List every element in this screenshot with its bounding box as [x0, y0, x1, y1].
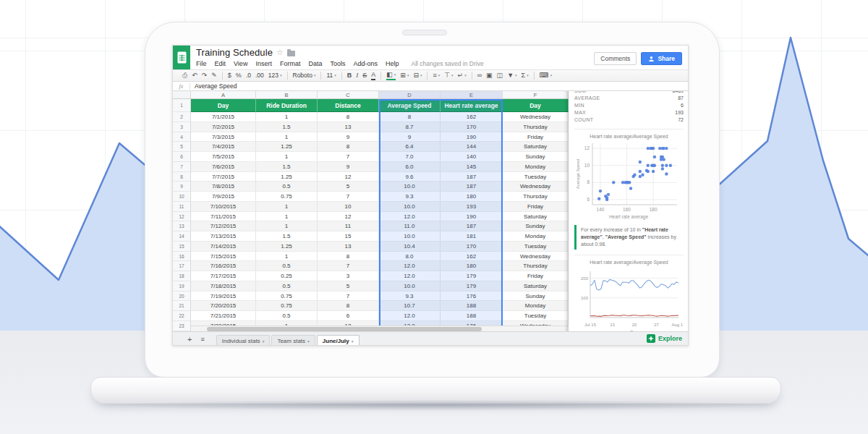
cell[interactable]: 10.0: [379, 182, 441, 192]
cell[interactable]: 13: [318, 122, 379, 132]
text-wrap-icon[interactable]: ↵▾: [458, 70, 467, 81]
font-family-select[interactable]: Roboto▾: [293, 70, 316, 81]
bold-icon[interactable]: B: [347, 70, 352, 81]
cell[interactable]: 6.0: [379, 162, 441, 172]
cell[interactable]: 179: [441, 281, 503, 292]
cell[interactable]: 1: [256, 221, 318, 231]
cell[interactable]: 7/19/2015: [191, 292, 256, 302]
cell[interactable]: 5: [318, 182, 379, 192]
text-color-icon[interactable]: A: [371, 71, 375, 80]
cell[interactable]: 12.0: [379, 271, 441, 281]
cell[interactable]: Thursday: [503, 192, 569, 202]
row-header-19[interactable]: 19: [173, 281, 191, 292]
cell[interactable]: Monday: [503, 162, 569, 172]
cell[interactable]: Ride Duration: [256, 99, 318, 112]
column-header-B[interactable]: B: [256, 91, 318, 99]
menu-file[interactable]: File: [196, 60, 207, 67]
cell[interactable]: 180: [441, 261, 503, 271]
font-size-select[interactable]: 11▾: [326, 70, 336, 81]
functions-icon[interactable]: Σ▾: [522, 70, 529, 81]
redo-icon[interactable]: ↷: [202, 70, 208, 81]
cell[interactable]: 188: [441, 311, 503, 321]
insert-comment-icon[interactable]: ▣: [486, 70, 493, 81]
row-header-12[interactable]: 12: [173, 212, 191, 222]
cell[interactable]: Friday: [503, 271, 569, 281]
cell[interactable]: 5: [318, 281, 379, 292]
cell[interactable]: 1: [256, 202, 318, 212]
explore-button[interactable]: Explore: [647, 334, 682, 343]
cell[interactable]: Heart rate average: [441, 99, 503, 112]
comments-button[interactable]: Comments: [594, 52, 637, 65]
column-header-E[interactable]: E: [441, 91, 503, 99]
cell[interactable]: Saturday: [503, 212, 569, 222]
menu-help[interactable]: Help: [386, 60, 399, 67]
cell[interactable]: 7/10/2015: [191, 202, 256, 212]
cell[interactable]: 7: [318, 261, 379, 271]
cell[interactable]: 190: [441, 212, 503, 222]
cell[interactable]: 1.25: [256, 172, 318, 182]
cell[interactable]: 7/7/2015: [191, 172, 256, 182]
row-header-6[interactable]: 6: [173, 152, 191, 162]
cell[interactable]: Day: [503, 99, 569, 112]
merge-cells-icon[interactable]: ⊟▾: [413, 70, 422, 81]
cell[interactable]: 7/1/2015: [191, 112, 256, 122]
cell[interactable]: Monday: [503, 301, 569, 311]
cell[interactable]: 0.5: [256, 182, 318, 192]
cell[interactable]: 0.5: [256, 311, 318, 321]
row-header-15[interactable]: 15: [173, 242, 191, 252]
cell[interactable]: 1: [256, 212, 318, 222]
filter-icon[interactable]: ▼▾: [507, 70, 516, 81]
cell[interactable]: 180: [441, 192, 503, 202]
cell[interactable]: 193: [441, 202, 503, 212]
cell[interactable]: 7/17/2015: [191, 271, 256, 281]
row-header-22[interactable]: 22: [173, 311, 191, 321]
cell[interactable]: 12.0: [379, 212, 441, 222]
decrease-decimal-icon[interactable]: .0: [246, 70, 251, 81]
cell[interactable]: 7/2/2015: [191, 122, 256, 132]
scatter-chart[interactable]: 140160180681012Heart rate averageAverage…: [574, 140, 683, 221]
cell[interactable]: 9: [318, 162, 379, 172]
cell[interactable]: 7/18/2015: [191, 281, 256, 292]
cell[interactable]: 9.3: [379, 192, 441, 202]
menu-format[interactable]: Format: [280, 60, 301, 67]
cell[interactable]: Wednesday: [503, 252, 569, 262]
cell[interactable]: 7/8/2015: [191, 182, 256, 192]
row-header-21[interactable]: 21: [173, 301, 191, 311]
cell[interactable]: 0.5: [256, 261, 318, 271]
cell[interactable]: 7/4/2015: [191, 142, 256, 152]
cell[interactable]: Monday: [503, 231, 569, 242]
print-icon[interactable]: ⎙: [182, 70, 187, 81]
star-icon[interactable]: ☆: [276, 48, 284, 56]
row-header-18[interactable]: 18: [173, 271, 191, 281]
cell[interactable]: 1.5: [256, 122, 318, 132]
cell[interactable]: 187: [441, 182, 503, 192]
cell[interactable]: 7/12/2015: [191, 221, 256, 231]
cell[interactable]: 10.0: [379, 202, 441, 212]
row-header-17[interactable]: 17: [173, 261, 191, 271]
borders-icon[interactable]: ⊞▾: [400, 70, 409, 81]
cell[interactable]: 1: [256, 132, 318, 142]
cell[interactable]: 12: [318, 212, 379, 222]
sheet-tab-individual-stats[interactable]: Individual stats▾: [216, 335, 271, 346]
cell[interactable]: 187: [441, 172, 503, 182]
cell[interactable]: Friday: [503, 132, 569, 142]
cell[interactable]: Day: [191, 99, 256, 112]
number-format-menu[interactable]: 123▾: [268, 70, 282, 81]
horizontal-align-icon[interactable]: ≡▾: [433, 70, 440, 81]
folder-icon[interactable]: [287, 51, 295, 56]
cell[interactable]: 190: [441, 132, 503, 142]
sheet-tab-june-july[interactable]: June/July▾: [317, 335, 359, 346]
cell[interactable]: 8: [318, 252, 379, 262]
row-header-13[interactable]: 13: [173, 221, 191, 231]
cell[interactable]: 7/20/2015: [191, 301, 256, 311]
cell[interactable]: 6.4: [379, 142, 441, 152]
cell[interactable]: 7/3/2015: [191, 132, 256, 142]
cell[interactable]: Sunday: [503, 152, 569, 162]
cell[interactable]: Tuesday: [503, 311, 569, 321]
row-header-16[interactable]: 16: [173, 252, 191, 262]
cell[interactable]: 7: [318, 192, 379, 202]
all-sheets-button[interactable]: ≡: [200, 336, 204, 343]
cell[interactable]: 188: [441, 301, 503, 311]
menu-edit[interactable]: Edit: [215, 60, 226, 67]
row-header-8[interactable]: 8: [173, 172, 191, 182]
